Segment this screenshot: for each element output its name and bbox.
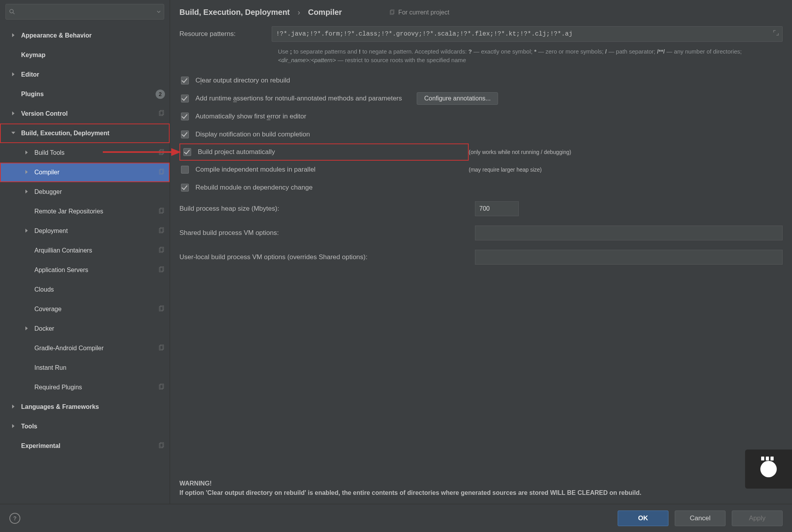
- build-auto-row: Build project automatically: [179, 143, 469, 161]
- sidebar-item-appearance-behavior[interactable]: Appearance & Behavior: [0, 26, 170, 45]
- show-first-error-label: Automatically show first error in editor: [195, 113, 306, 120]
- search-icon: [9, 9, 15, 15]
- display-notification-checkbox[interactable]: [181, 131, 189, 138]
- breadcrumb: Build, Execution, Deployment › Compiler …: [179, 8, 783, 17]
- sidebar-item-keymap[interactable]: Keymap: [0, 45, 170, 65]
- sidebar-item-label: Clouds: [34, 286, 54, 293]
- update-badge: 2: [156, 90, 165, 99]
- copy-icon: [158, 344, 165, 353]
- sidebar-item-label: Deployment: [34, 227, 68, 235]
- sidebar-item-tools[interactable]: Tools: [0, 417, 170, 436]
- chevron-right-icon: [24, 150, 30, 156]
- dialog-button-bar: ? OK Cancel Apply: [0, 504, 792, 532]
- sidebar-item-label: Keymap: [21, 52, 45, 59]
- copy-icon: [158, 227, 165, 235]
- chevron-right-icon: [11, 424, 16, 429]
- scope-indicator: For current project: [389, 9, 450, 16]
- sidebar-item-instant-run[interactable]: Instant Run: [0, 358, 170, 378]
- sidebar-item-label: Gradle-Android Compiler: [34, 345, 104, 352]
- heap-size-label: Build process heap size (Mbytes):: [179, 205, 469, 213]
- resource-patterns-input[interactable]: [272, 26, 783, 42]
- chevron-right-icon: [24, 228, 30, 234]
- sidebar-item-label: Compiler: [34, 169, 59, 176]
- shared-vm-input[interactable]: [475, 226, 783, 240]
- copy-icon: [158, 168, 165, 177]
- configure-annotations-button[interactable]: Configure annotations...: [417, 92, 498, 105]
- clear-output-label: Clear output directory on rebuild: [195, 77, 290, 84]
- cancel-button[interactable]: Cancel: [675, 511, 726, 526]
- sidebar-item-deployment[interactable]: Deployment: [0, 221, 170, 241]
- search-input[interactable]: [5, 4, 164, 20]
- resource-patterns-hint: Use ; to separate patterns and ! to nega…: [278, 47, 767, 64]
- heap-size-input[interactable]: [475, 201, 519, 216]
- build-auto-label: Build project automatically: [198, 148, 275, 156]
- sidebar-item-coverage[interactable]: Coverage: [0, 299, 170, 319]
- copy-icon: [158, 109, 165, 118]
- copy-icon: [389, 9, 395, 16]
- chevron-right-icon: [11, 72, 16, 77]
- chevron-right-icon: [11, 33, 16, 38]
- warning-text: WARNING! If option 'Clear output directo…: [179, 469, 783, 504]
- sidebar-item-remote-jar-repositories[interactable]: Remote Jar Repositories: [0, 202, 170, 221]
- sidebar-item-gradle-android-compiler[interactable]: Gradle-Android Compiler: [0, 339, 170, 358]
- sidebar-item-label: Appearance & Behavior: [21, 32, 92, 39]
- svg-line-1: [13, 13, 14, 14]
- widget-dot-icon: [760, 461, 777, 477]
- resource-patterns-label: Resource patterns:: [179, 30, 265, 38]
- sidebar-item-debugger[interactable]: Debugger: [0, 182, 170, 202]
- sidebar-item-application-servers[interactable]: Application Servers: [0, 260, 170, 280]
- floating-widget[interactable]: [745, 450, 792, 489]
- runtime-assertions-checkbox[interactable]: [181, 95, 189, 102]
- sidebar-item-label: Build, Execution, Deployment: [21, 130, 109, 137]
- sidebar-item-label: Required Plugins: [34, 384, 82, 391]
- settings-main-panel: Build, Execution, Deployment › Compiler …: [170, 0, 792, 504]
- clear-output-checkbox[interactable]: [181, 77, 189, 84]
- sidebar-item-label: Languages & Frameworks: [21, 403, 99, 410]
- expand-icon[interactable]: [772, 29, 779, 36]
- shared-vm-label: Shared build process VM options:: [179, 229, 469, 237]
- compile-parallel-checkbox[interactable]: [181, 166, 189, 174]
- sidebar-item-label: Remote Jar Repositories: [34, 208, 103, 215]
- ok-button[interactable]: OK: [618, 511, 668, 526]
- sidebar-item-experimental[interactable]: Experimental: [0, 436, 170, 456]
- sidebar-item-label: Tools: [21, 423, 37, 430]
- sidebar-item-label: Experimental: [21, 442, 60, 450]
- copy-icon: [158, 246, 165, 255]
- sidebar-item-label: Plugins: [21, 91, 44, 98]
- copy-icon: [158, 207, 165, 216]
- sidebar-item-label: Instant Run: [34, 364, 66, 371]
- sidebar-item-languages-frameworks[interactable]: Languages & Frameworks: [0, 397, 170, 417]
- user-vm-label: User-local build process VM options (ove…: [179, 253, 469, 261]
- sidebar-item-editor[interactable]: Editor: [0, 65, 170, 84]
- sidebar-item-version-control[interactable]: Version Control: [0, 104, 170, 124]
- help-button[interactable]: ?: [9, 513, 20, 524]
- search-field[interactable]: [18, 8, 154, 15]
- show-first-error-checkbox[interactable]: [181, 113, 189, 120]
- build-auto-aside: (only works while not running / debuggin…: [469, 149, 783, 155]
- breadcrumb-root[interactable]: Build, Execution, Deployment: [179, 8, 290, 17]
- sidebar-item-compiler[interactable]: Compiler: [0, 163, 170, 182]
- sidebar-item-label: Build Tools: [34, 149, 65, 156]
- runtime-assertions-label: Add runtime assertions for notnull-annot…: [195, 95, 402, 102]
- sidebar-item-docker[interactable]: Docker: [0, 319, 170, 339]
- sidebar-item-build-execution-deployment[interactable]: Build, Execution, Deployment: [0, 124, 170, 143]
- sidebar-item-label: Version Control: [21, 110, 68, 117]
- apply-button[interactable]: Apply: [732, 511, 783, 526]
- chevron-down-icon: [157, 10, 161, 14]
- sidebar-item-arquillian-containers[interactable]: Arquillian Containers: [0, 241, 170, 260]
- chevron-right-icon: [24, 170, 30, 175]
- sidebar-item-build-tools[interactable]: Build Tools: [0, 143, 170, 163]
- copy-icon: [158, 149, 165, 157]
- settings-tree[interactable]: Appearance & BehaviorKeymapEditorPlugins…: [0, 23, 170, 504]
- sidebar-item-plugins[interactable]: Plugins2: [0, 84, 170, 104]
- sidebar-item-clouds[interactable]: Clouds: [0, 280, 170, 299]
- chevron-right-icon: [24, 189, 30, 195]
- copy-icon: [158, 305, 165, 313]
- breadcrumb-sep-icon: ›: [297, 8, 300, 17]
- compile-parallel-aside: (may require larger heap size): [469, 167, 783, 173]
- build-auto-checkbox[interactable]: [183, 148, 191, 156]
- sidebar-item-label: Docker: [34, 325, 54, 332]
- sidebar-item-required-plugins[interactable]: Required Plugins: [0, 378, 170, 397]
- user-vm-input[interactable]: [475, 250, 783, 265]
- rebuild-dep-checkbox[interactable]: [181, 184, 189, 192]
